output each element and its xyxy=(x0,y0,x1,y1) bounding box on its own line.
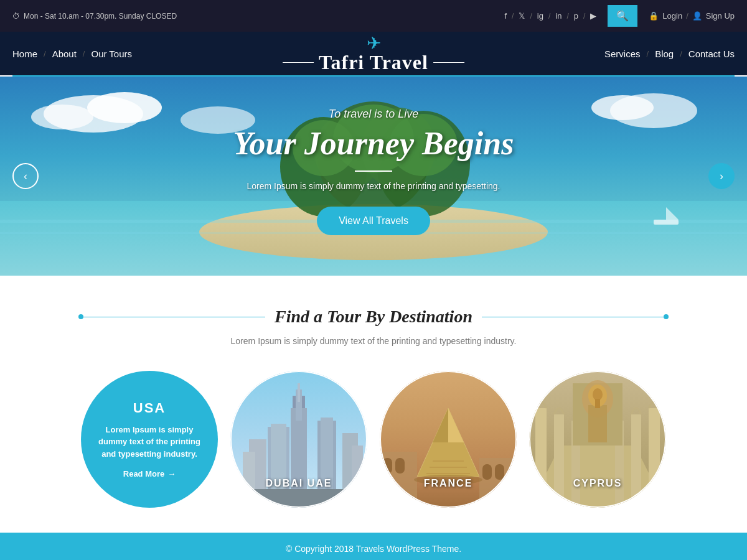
divider: / xyxy=(583,12,585,21)
pinterest-link[interactable]: p xyxy=(574,11,578,21)
nav-left: Home / About / Our Tours xyxy=(12,45,132,62)
svg-rect-57 xyxy=(554,414,564,508)
cyprus-label: CYPRUS xyxy=(529,478,666,489)
search-button[interactable]: 🔍 xyxy=(608,5,637,27)
svg-rect-48 xyxy=(395,458,405,474)
hero-content: To travel is to Live Your Journey Begins… xyxy=(0,77,747,235)
view-all-travels-button[interactable]: View All Travels xyxy=(317,207,430,235)
linkedin-link[interactable]: in xyxy=(555,11,561,21)
nav-about[interactable]: About xyxy=(52,45,77,62)
section-title-wrap: Find a Tour By Destination xyxy=(19,307,728,327)
nav-home[interactable]: Home xyxy=(12,45,37,62)
divider: / xyxy=(512,12,514,21)
divider: / xyxy=(530,12,532,21)
divider: / xyxy=(548,12,550,21)
signup-link[interactable]: Sign Up xyxy=(706,11,735,21)
divider: / xyxy=(566,12,568,21)
destination-cyprus[interactable]: CYPRUS xyxy=(529,371,666,508)
svg-rect-59 xyxy=(649,408,660,508)
nav-services[interactable]: Services xyxy=(604,45,641,62)
section-description: Lorem Ipsum is simply dummy text of the … xyxy=(19,336,728,346)
destination-france[interactable]: FRANCE xyxy=(380,371,517,508)
user-icon: 👤 xyxy=(692,11,702,21)
nav-blog[interactable]: Blog xyxy=(655,45,674,62)
hours-text: Mon - Sat 10.am - 07.30pm. Sunday CLOSED xyxy=(24,12,177,21)
nav-contact[interactable]: Contact Us xyxy=(688,45,735,62)
svg-rect-35 xyxy=(230,489,367,508)
title-line-right xyxy=(482,317,669,317)
clock-icon: ⏱ xyxy=(12,12,20,21)
destinations-section: Find a Tour By Destination Lorem Ipsum i… xyxy=(0,276,747,533)
auth-links: 🔒 Login / 👤 Sign Up xyxy=(649,11,735,21)
dubai-name-label: DUBAI UAE xyxy=(266,478,332,488)
svg-rect-56 xyxy=(535,408,547,508)
top-bar-right: f / 𝕏 / ig / in / p / ▶ 🔍 🔒 Login / 👤 Si… xyxy=(504,5,735,27)
svg-rect-26 xyxy=(298,383,300,402)
hero-slider: ‹ › To travel is to Live Your Journey Be… xyxy=(0,77,747,276)
instagram-link[interactable]: ig xyxy=(537,11,543,21)
france-name-label: FRANCE xyxy=(424,478,473,488)
dubai-label: DUBAI UAE xyxy=(230,478,367,489)
hero-title: Your Journey Begins xyxy=(0,126,747,161)
login-link[interactable]: Login xyxy=(662,11,682,21)
nav-our-tours[interactable]: Our Tours xyxy=(91,45,132,62)
usa-read-more[interactable]: Read More → xyxy=(123,469,176,478)
france-label: FRANCE xyxy=(380,478,517,489)
destinations-grid: USA Lorem Ipsum is simply dummy text of … xyxy=(19,371,728,508)
logo-line-left xyxy=(283,62,314,63)
read-more-text: Read More xyxy=(123,469,164,478)
slider-prev-button[interactable]: ‹ xyxy=(12,163,39,189)
slider-next-button[interactable]: › xyxy=(708,163,735,189)
arrow-right-icon: → xyxy=(167,469,176,478)
logo-text: Tafri Travel xyxy=(319,51,428,74)
destination-usa[interactable]: USA Lorem Ipsum is simply dummy text of … xyxy=(81,371,218,508)
nav-right: Services / Blog / Contact Us xyxy=(604,45,735,62)
twitter-link[interactable]: 𝕏 xyxy=(519,11,525,21)
svg-rect-64 xyxy=(588,405,607,442)
usa-name: USA xyxy=(133,400,166,416)
facebook-link[interactable]: f xyxy=(504,11,507,21)
logo-line-right xyxy=(433,62,464,63)
svg-rect-60 xyxy=(631,414,641,508)
cyprus-name-label: CYPRUS xyxy=(573,478,622,488)
usa-description: Lorem Ipsum is simply dummy text of the … xyxy=(93,424,205,460)
hero-divider xyxy=(355,170,392,172)
logo-lines: Tafri Travel xyxy=(283,51,464,74)
business-hours: ⏱ Mon - Sat 10.am - 07.30pm. Sunday CLOS… xyxy=(12,12,177,21)
destination-dubai[interactable]: DUBAI UAE xyxy=(230,371,367,508)
youtube-link[interactable]: ▶ xyxy=(590,11,596,21)
copyright-text: © Copyright 2018 Travels WordPress Theme… xyxy=(286,544,461,554)
footer: © Copyright 2018 Travels WordPress Theme… xyxy=(0,533,747,560)
lock-icon: 🔒 xyxy=(649,11,659,21)
divider: / xyxy=(686,11,688,21)
top-bar: ⏱ Mon - Sat 10.am - 07.30pm. Sunday CLOS… xyxy=(0,0,747,32)
logo: ✈ Tafri Travel xyxy=(283,33,464,74)
hero-description: Lorem Ipsum is simply dummy text of the … xyxy=(0,181,747,191)
svg-rect-67 xyxy=(595,399,600,408)
hero-subtitle: To travel is to Live xyxy=(0,108,747,121)
title-line-left xyxy=(78,317,265,317)
section-title: Find a Tour By Destination xyxy=(275,307,472,327)
main-nav: Home / About / Our Tours ✈ Tafri Travel … xyxy=(0,32,747,75)
